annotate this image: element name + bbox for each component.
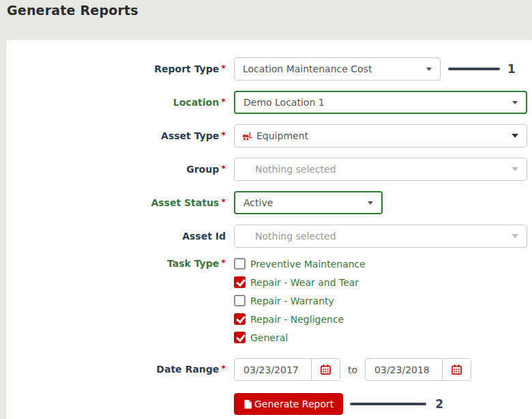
- end-date-input[interactable]: 03/23/2018: [366, 359, 442, 380]
- asset-status-row: Asset Status* Active: [6, 191, 532, 214]
- date-range-row: Date Range* 03/23/2017: [6, 358, 532, 381]
- start-date-input[interactable]: 03/23/2017: [235, 359, 311, 380]
- chevron-down-icon: [512, 101, 518, 104]
- asset-status-label: Asset Status*: [6, 197, 226, 209]
- generate-report-button[interactable]: Generate Report: [234, 393, 343, 415]
- location-label: Location*: [6, 97, 226, 109]
- chevron-down-icon: [426, 68, 432, 71]
- group-select[interactable]: Nothing selected: [234, 158, 527, 181]
- asset-status-select[interactable]: Active: [234, 191, 383, 214]
- calendar-icon: [321, 364, 331, 375]
- required-asterisk: *: [221, 163, 226, 173]
- asset-id-label: Asset Id: [6, 231, 226, 242]
- checkbox-icon[interactable]: [234, 276, 246, 288]
- checkbox-preventive-maintenance[interactable]: Preventive Maintenance: [234, 258, 366, 270]
- checkbox-icon[interactable]: [234, 313, 246, 325]
- asset-id-row: Asset Id Nothing selected: [6, 225, 532, 248]
- annotation-2: 2: [343, 397, 443, 411]
- end-date-calendar-button[interactable]: [442, 359, 471, 380]
- asset-id-select[interactable]: Nothing selected: [234, 225, 527, 248]
- checkbox-repair-warranty[interactable]: Repair - Warranty: [234, 295, 366, 306]
- report-type-label: Report Type*: [6, 63, 226, 75]
- chevron-down-icon: [512, 234, 518, 238]
- callout-line-1: [448, 68, 500, 70]
- submit-row: Generate Report 2: [6, 393, 532, 415]
- task-type-row: Task Type* Preventive Maintenance Repair…: [6, 258, 532, 343]
- end-date-group: 03/23/2018: [365, 358, 471, 381]
- checkbox-icon[interactable]: [234, 295, 246, 306]
- start-date-calendar-button[interactable]: [311, 359, 340, 380]
- required-asterisk: *: [221, 363, 226, 373]
- checkbox-repair-wear-and-tear[interactable]: Repair - Wear and Tear: [234, 276, 366, 288]
- chevron-down-icon: [368, 201, 373, 205]
- report-type-row: Report Type* Location Maintenance Cost 1: [6, 57, 532, 81]
- annotation-1: 1: [441, 62, 516, 76]
- chevron-down-icon: [512, 167, 518, 171]
- required-asterisk: *: [221, 257, 226, 268]
- checkbox-repair-negligence[interactable]: Repair - Negligence: [234, 313, 366, 325]
- location-row: Location* Demo Location 1: [6, 91, 532, 114]
- asset-type-label: Asset Type*: [6, 130, 226, 142]
- task-type-options: Preventive Maintenance Repair - Wear and…: [234, 258, 366, 343]
- callout-line-2: [350, 403, 426, 405]
- required-asterisk: *: [221, 96, 226, 106]
- generate-reports-panel: Report Type* Location Maintenance Cost 1…: [5, 39, 532, 419]
- checkbox-icon[interactable]: [234, 332, 246, 343]
- checkbox-icon[interactable]: [234, 258, 246, 270]
- group-label: Group*: [6, 164, 226, 175]
- checkbox-general[interactable]: General: [234, 332, 366, 343]
- date-range-label: Date Range*: [6, 364, 226, 375]
- required-asterisk: *: [221, 197, 226, 207]
- chevron-down-icon: [512, 134, 518, 138]
- calendar-icon: [452, 364, 462, 375]
- report-type-select[interactable]: Location Maintenance Cost: [234, 57, 441, 81]
- callout-number-2: 2: [435, 397, 443, 411]
- start-date-group: 03/23/2017: [234, 358, 340, 381]
- required-asterisk: *: [221, 130, 226, 140]
- task-type-label: Task Type*: [6, 258, 226, 270]
- required-asterisk: *: [221, 63, 226, 73]
- equipment-icon: [243, 132, 252, 141]
- date-range-separator: to: [348, 364, 357, 375]
- group-row: Group* Nothing selected: [6, 158, 532, 181]
- asset-type-row: Asset Type*: [6, 124, 532, 147]
- location-select[interactable]: Demo Location 1: [234, 91, 527, 114]
- report-file-icon: [243, 399, 252, 409]
- page-title: Generate Reports: [7, 3, 138, 18]
- asset-type-select[interactable]: Equipment: [234, 124, 527, 147]
- callout-number-1: 1: [507, 62, 516, 76]
